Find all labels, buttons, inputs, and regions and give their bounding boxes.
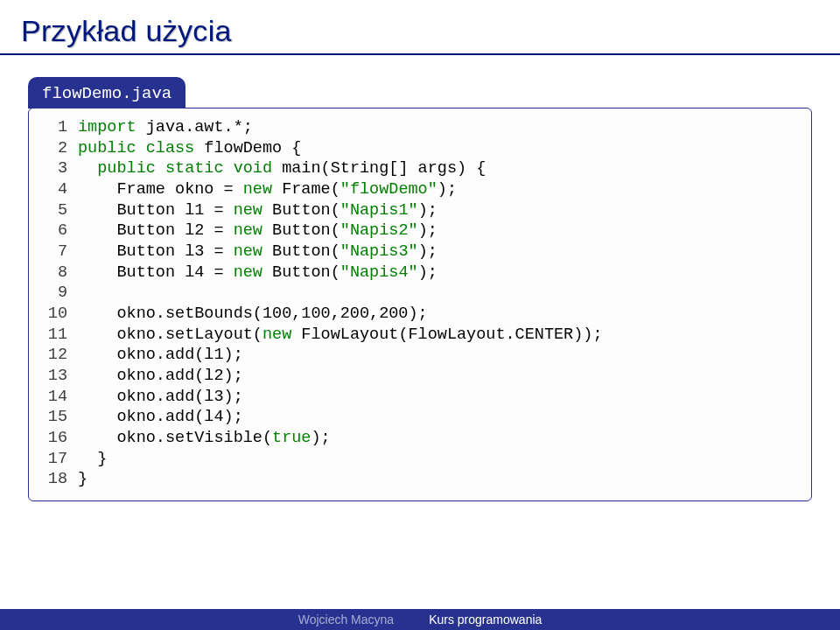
code-box: 1import java.awt.*;2public class flowDem…	[28, 108, 812, 501]
code-line: 10 okno.setBounds(100,100,200,200);	[39, 304, 801, 325]
line-number: 12	[39, 345, 78, 366]
code-keyword: new	[243, 180, 272, 199]
slide-title: Przykład użycia	[0, 0, 840, 52]
code-keyword: new	[262, 326, 291, 344]
code-line: 2public class flowDemo {	[39, 138, 801, 159]
code-text: Button(	[262, 201, 340, 220]
code-text: okno.setBounds(100,100,200,200);	[116, 304, 427, 323]
code-line: 12 okno.add(l1);	[39, 345, 801, 366]
code-line: 1import java.awt.*;	[39, 117, 801, 138]
code-keyword: new	[234, 221, 262, 240]
code-line: 3 public static void main(String[] args)…	[39, 158, 801, 179]
code-text: Button(	[262, 242, 340, 261]
code-keyword: new	[234, 263, 262, 282]
code-keyword: public class	[78, 139, 194, 158]
line-number: 10	[39, 304, 78, 325]
code-line: 4 Frame okno = new Frame("flowDemo");	[39, 179, 801, 200]
code-keyword: import	[78, 118, 136, 136]
file-tab: flowDemo.java	[28, 77, 186, 108]
code-listing: 1import java.awt.*;2public class flowDem…	[39, 117, 801, 490]
line-number: 13	[39, 366, 78, 387]
footer-bar: Wojciech Macyna Kurs programowania	[0, 609, 840, 630]
code-line: 5 Button l1 = new Button("Napis1");	[39, 200, 801, 221]
code-line: 9	[39, 283, 801, 304]
code-keyword: "flowDemo"	[340, 180, 438, 199]
line-number: 18	[39, 469, 78, 490]
code-keyword: "Napis4"	[340, 263, 418, 282]
code-line: 13 okno.add(l2);	[39, 366, 801, 387]
code-text: okno.add(l2);	[116, 367, 242, 385]
line-number: 1	[39, 117, 78, 138]
code-text: }	[78, 470, 88, 488]
code-text: okno.add(l4);	[116, 408, 242, 426]
code-text: );	[418, 221, 438, 240]
line-number: 2	[39, 138, 78, 159]
code-line: 15 okno.add(l4);	[39, 407, 801, 428]
code-line: 16 okno.setVisible(true);	[39, 428, 801, 449]
code-keyword: "Napis2"	[340, 221, 418, 240]
line-number: 6	[39, 220, 78, 242]
line-number: 15	[39, 407, 78, 428]
code-keyword: new	[234, 201, 262, 220]
code-text: flowDemo {	[194, 139, 301, 158]
line-number: 9	[39, 283, 78, 304]
code-text: Button(	[262, 221, 340, 240]
code-text: java.awt.*;	[136, 118, 253, 136]
code-line: 14 okno.add(l3);	[39, 387, 801, 408]
line-number: 4	[39, 179, 78, 200]
code-text: );	[418, 201, 438, 220]
line-number: 7	[39, 242, 78, 262]
title-rule	[0, 53, 840, 55]
code-line: 8 Button l4 = new Button("Napis4");	[39, 262, 801, 284]
footer-author: Wojciech Macyna	[298, 612, 394, 626]
code-keyword: "Napis1"	[340, 201, 418, 220]
code-text: Button l4 =	[116, 263, 233, 282]
code-text: );	[311, 429, 330, 447]
code-text: Frame(	[272, 180, 340, 199]
line-number: 17	[39, 449, 78, 470]
code-text: Button l3 =	[116, 242, 233, 261]
code-line: 7 Button l3 = new Button("Napis3");	[39, 242, 801, 262]
code-text: okno.setVisible(	[116, 429, 272, 447]
code-text: Button l2 =	[116, 221, 233, 240]
code-text: okno.add(l3);	[116, 388, 242, 406]
code-text: );	[418, 263, 438, 282]
footer-course: Kurs programowania	[429, 612, 542, 626]
code-text: }	[97, 450, 107, 468]
line-number: 3	[39, 158, 78, 179]
code-text: okno.add(l1);	[116, 346, 242, 364]
content-area: flowDemo.java 1import java.awt.*;2public…	[0, 76, 840, 501]
code-line: 18}	[39, 469, 801, 490]
code-keyword: "Napis3"	[340, 242, 418, 261]
code-text: okno.setLayout(	[116, 326, 262, 344]
code-keyword: true	[272, 429, 311, 447]
code-line: 11 okno.setLayout(new FlowLayout(FlowLay…	[39, 325, 801, 346]
code-text: Button l1 =	[116, 201, 233, 220]
line-number: 8	[39, 262, 78, 284]
code-text: Frame okno =	[116, 180, 242, 199]
line-number: 11	[39, 325, 78, 346]
code-line: 6 Button l2 = new Button("Napis2");	[39, 220, 801, 242]
code-keyword: public static void	[97, 159, 272, 178]
code-text: );	[438, 180, 457, 199]
code-text: FlowLayout(FlowLayout.CENTER));	[291, 326, 602, 344]
code-text: main(String[] args) {	[272, 159, 486, 178]
code-line: 17 }	[39, 449, 801, 470]
code-text: );	[418, 242, 438, 261]
line-number: 16	[39, 428, 78, 449]
code-text: Button(	[262, 263, 340, 282]
code-keyword: new	[234, 242, 262, 261]
line-number: 5	[39, 200, 78, 221]
line-number: 14	[39, 387, 78, 408]
